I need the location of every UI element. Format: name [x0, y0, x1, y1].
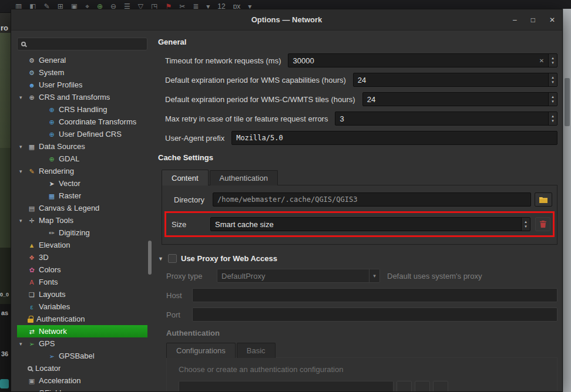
sidebar-item-elevation[interactable]: ▲Elevation — [17, 239, 147, 251]
sidebar-item-network[interactable]: ⇄Network — [17, 325, 147, 337]
sidebar-item-label: GPS — [39, 339, 55, 348]
user-agent-input[interactable]: Mozilla/5.0 — [231, 131, 557, 145]
sidebar-item-canvas-legend[interactable]: ▤Canvas & Legend — [17, 202, 147, 214]
maximize-button[interactable]: □ — [531, 16, 535, 24]
spin-up-icon[interactable]: ▴ — [552, 94, 554, 99]
sidebar-item-label: Acceleration — [39, 376, 81, 385]
spin-up-icon[interactable]: ▴ — [552, 56, 554, 60]
spin-up-icon[interactable]: ▴ — [552, 114, 554, 119]
sidebar-item-data-sources[interactable]: ▾▦Data Sources — [17, 140, 147, 153]
spin-down-icon[interactable]: ▾ — [552, 99, 554, 104]
sidebar-item-gdal[interactable]: ⊕GDAL — [17, 153, 147, 165]
sidebar-item-fonts[interactable]: AFonts — [17, 276, 147, 288]
spin-down-icon[interactable]: ▾ — [552, 60, 554, 65]
sidebar-item-locator[interactable]: Locator — [17, 362, 147, 374]
map-label: 36 — [1, 350, 8, 357]
sidebar-item-digitizing[interactable]: ✏Digitizing — [17, 227, 147, 239]
sidebar-item-colors[interactable]: ✿Colors — [17, 263, 147, 276]
sidebar-item-authentication[interactable]: Authentication — [17, 313, 147, 325]
spin-down-icon[interactable]: ▾ — [552, 80, 554, 85]
expander-icon[interactable]: ▾ — [19, 341, 28, 347]
use-proxy-checkbox[interactable] — [168, 254, 177, 263]
tab-authentication[interactable]: Authentication — [210, 170, 278, 185]
size-value: Smart cache size — [215, 220, 521, 229]
cache-size-combo[interactable]: Smart cache size ▴ ▾ — [210, 217, 530, 231]
sidebar-item-crs-and-transforms[interactable]: ▾⊕CRS and Transforms — [17, 91, 147, 103]
tab-content[interactable]: Content — [162, 170, 209, 185]
wms-expiry-input[interactable]: 24▴▾ — [353, 73, 557, 87]
proxy-type-label: Proxy type — [166, 272, 210, 281]
sidebar-item-user-profiles[interactable]: ☻User Profiles — [17, 79, 147, 91]
sidebar-item-user-defined-crs[interactable]: ⊕User Defined CRS — [17, 128, 147, 140]
sidebar-item-raster[interactable]: ▦Raster — [17, 190, 147, 202]
user-icon: ☻ — [28, 81, 36, 89]
close-button[interactable]: ✕ — [549, 16, 555, 24]
sidebar-scrollbar-thumb[interactable] — [148, 241, 152, 275]
sidebar-item-gpsbabel[interactable]: ➢GPSBabel — [17, 350, 147, 362]
collapse-arrow-icon[interactable]: ▼ — [158, 256, 164, 262]
annotation-rectangle: Size Smart cache size ▴ ▾ — [164, 211, 555, 237]
browse-directory-button[interactable] — [535, 192, 552, 207]
map-layer-chip — [0, 379, 9, 388]
expander-icon[interactable]: ▾ — [19, 144, 28, 150]
sidebar-item-general[interactable]: ⚙General — [17, 54, 147, 66]
sidebar-item-label: QField — [39, 388, 61, 391]
sidebar-item-3d[interactable]: ❖3D — [17, 251, 147, 263]
max-retry-row: Max retry in case of tile or feature req… — [165, 111, 557, 126]
auth-hint: Choose or create an authentication confi… — [179, 365, 550, 374]
sidebar-item-rendering[interactable]: ▾✎Rendering — [17, 165, 147, 177]
scrollbar-thumb[interactable] — [565, 78, 570, 126]
proxy-type-value: DefaultProxy — [221, 272, 369, 281]
raster-grid-icon: ▦ — [48, 192, 56, 200]
clear-field-icon[interactable]: ✕ — [535, 58, 548, 64]
sidebar-item-system[interactable]: ⚙System — [17, 66, 147, 79]
sidebar-item-label: Vector — [59, 179, 80, 188]
settings-search-box[interactable] — [17, 38, 147, 50]
sidebar-item-qfield[interactable]: ●QField — [17, 387, 147, 391]
spin-down-icon[interactable]: ▾ — [552, 119, 554, 123]
sidebar-item-acceleration[interactable]: ▣Acceleration — [17, 374, 147, 387]
spin-buttons[interactable]: ▴▾ — [548, 73, 557, 86]
paintbrush-icon: ✎ — [28, 167, 36, 175]
sidebar-item-label: Authentication — [36, 315, 85, 323]
spin-down-icon[interactable]: ▾ — [525, 224, 527, 229]
network-settings-panel: General Timeout for network requests (ms… — [158, 34, 560, 391]
size-spin-buttons[interactable]: ▴ ▾ — [521, 218, 530, 231]
sidebar-item-label: System — [39, 68, 64, 77]
sidebar-item-coordinate-transforms[interactable]: ⊕Coordinate Transforms — [17, 116, 147, 128]
spin-buttons[interactable]: ▴▾ — [548, 93, 557, 106]
search-input[interactable] — [29, 40, 143, 48]
spin-up-icon[interactable]: ▴ — [552, 75, 554, 80]
tree-indent — [19, 183, 39, 184]
expander-icon[interactable]: ▾ — [19, 218, 28, 224]
sidebar-item-label: Fonts — [39, 278, 58, 286]
sidebar-scrollbar[interactable] — [147, 34, 152, 391]
spin-buttons[interactable]: ▴▾ — [548, 54, 557, 67]
sidebar-item-map-tools[interactable]: ▾✛Map Tools — [17, 214, 147, 227]
sidebar-item-gps[interactable]: ▾➢GPS — [17, 337, 147, 350]
proxy-group: ▼ Use Proxy for Web Access Proxy type De… — [158, 254, 557, 391]
sidebar-item-layouts[interactable]: ❏Layouts — [17, 288, 147, 300]
max-retry-input[interactable]: 3▴▾ — [335, 111, 557, 126]
sidebar-item-label: Network — [39, 327, 67, 336]
clear-cache-button[interactable] — [535, 217, 550, 231]
wmts-expiry-input[interactable]: 24▴▾ — [362, 92, 557, 106]
dialog-titlebar[interactable]: Options — Network – □ ✕ — [11, 9, 562, 31]
expander-icon[interactable]: ▾ — [19, 94, 28, 100]
sidebar-item-crs-handling[interactable]: ⊕CRS Handling — [17, 103, 147, 116]
sidebar-item-vector[interactable]: ➤Vector — [17, 177, 147, 190]
proxy-group-title[interactable]: Use Proxy for Web Access — [181, 254, 277, 263]
cache-directory-input[interactable]: /home/webmaster/.cache/QGIS/QGIS3 — [213, 192, 531, 207]
main-scrollbar[interactable] — [563, 9, 571, 392]
tree-indent — [19, 195, 39, 196]
spin-up-icon[interactable]: ▴ — [525, 219, 527, 224]
sidebar-item-variables[interactable]: εVariables — [17, 300, 147, 313]
expander-icon[interactable]: ▾ — [19, 168, 28, 174]
sidebar-item-label: 3D — [39, 253, 49, 262]
timeout-input[interactable]: 30000✕▴▾ — [288, 53, 557, 67]
sidebar-item-label: CRS Handling — [59, 105, 107, 114]
minimize-button[interactable]: – — [513, 16, 517, 24]
proxy-auth-title: Authentication — [166, 329, 557, 337]
spin-buttons[interactable]: ▴▾ — [548, 112, 557, 125]
cache-tabbar: ContentAuthentication — [162, 169, 557, 185]
